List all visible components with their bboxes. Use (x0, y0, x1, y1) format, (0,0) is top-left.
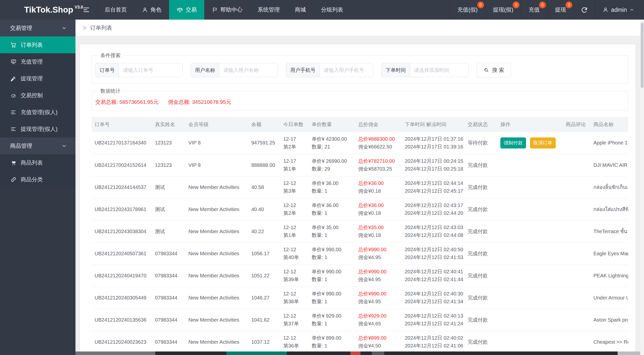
cell-operations (497, 242, 563, 265)
cell-member-level: New Member Activities (185, 331, 248, 353)
chevron-down-icon (61, 25, 67, 31)
search-field-input[interactable] (320, 63, 373, 77)
search-icon (484, 67, 489, 73)
sidebar-item-product-category[interactable]: 商品分类 (0, 171, 75, 188)
orders-table: 订单号 真实姓名 会员等级 余额 今日单数 单价数量 总价佣金 下单时间 解冻时… (92, 117, 628, 353)
cell-product-review (563, 287, 590, 309)
cell-balance: 1041.62 (248, 309, 280, 331)
cell-operations: 强制付款 取消订单 (497, 132, 563, 154)
top-bar: TikTok.Shop V3.0 后台首页 角色 交易 帮助中心 (0, 0, 644, 20)
order-row: UB2412120240023623 07983344 New Member A… (92, 331, 628, 353)
cell-order-time: 2024年12月12日 02:43:17 2024年12月12日 02:44:2… (402, 198, 465, 220)
sidebar-toggle-button[interactable] (75, 0, 97, 20)
quick-action-item[interactable]: 提现 0 (547, 0, 574, 20)
nav-item-trade[interactable]: 交易 (169, 0, 204, 20)
cell-order-time: 2024年12月17日 00:24:15 2024年12月17日 00:25:1… (402, 154, 465, 176)
nav-item-group-list[interactable]: 分组列表 (313, 0, 351, 20)
vertical-scrollbar-thumb[interactable] (641, 23, 643, 88)
cell-total-commission: 总价¥990.00 佣金¥4.95 (355, 242, 402, 265)
nav-item-system[interactable]: 系统管理 (250, 0, 287, 20)
sidebar-item-withdraw-management[interactable]: 提现管理 (0, 70, 75, 87)
quick-action-item[interactable]: 充值 0 (521, 0, 547, 20)
cell-trade-status: 完成付款 (465, 198, 497, 220)
search-button[interactable]: 搜 索 (477, 63, 511, 77)
sidebar-item-recharge-management[interactable]: 充值管理 (0, 53, 75, 70)
cell-product-review (563, 242, 590, 265)
orders-table-wrapper: 订单号 真实姓名 会员等级 余额 今日单数 单价数量 总价佣金 下单时间 解冻时… (92, 117, 628, 353)
cell-operations (497, 331, 563, 353)
cell-unit-price-qty: 单价¥ 990.00 数量: 1 (309, 265, 355, 287)
order-row: UB2412170024152614 123123 VIP 8 888888.0… (92, 154, 628, 176)
search-panel-legend: 条件搜索 (98, 52, 123, 59)
table-header-row: 订单号 真实姓名 会员等级 余额 今日单数 单价数量 总价佣金 下单时间 解冻时… (92, 117, 628, 132)
sidebar-item-label: 商品列表 (21, 159, 43, 167)
nav-item-mall[interactable]: 商城 (287, 0, 313, 20)
col-unit-price-qty: 单价数量 (309, 117, 355, 132)
order-row: UB2412170137164340 123123 VIP 8 947591.2… (92, 132, 628, 154)
search-field-input[interactable] (119, 63, 182, 77)
quick-action-item[interactable]: 提现(假) 0 (485, 0, 521, 20)
search-field-group: 用户名称 (191, 63, 278, 77)
cancel-order-button[interactable]: 取消订单 (530, 137, 556, 148)
horizontal-scrollbar[interactable] (75, 351, 640, 355)
sidebar-item-recharge-fake[interactable]: 充值管理(假人) (0, 104, 75, 121)
cell-trade-status: 完成付款 (465, 265, 497, 287)
cell-unit-price-qty: 单价¥ 929.00 数量: 1 (309, 309, 355, 331)
cell-balance: 40.58 (248, 176, 280, 198)
sidebar-item-withdraw-fake[interactable]: 提现管理(假人) (0, 121, 75, 137)
search-field-input[interactable] (410, 63, 468, 77)
force-pay-button[interactable]: 强制付款 (500, 137, 526, 148)
refresh-button[interactable] (574, 0, 595, 20)
cell-unit-price-qty: 单价¥ 42300.00 数量: 21 (309, 132, 355, 154)
user-menu[interactable]: admin (595, 0, 644, 20)
cell-member-level: New Member Activities (185, 309, 248, 331)
chevron-down-icon (61, 143, 67, 149)
cell-trade-status: 完成付款 (465, 154, 497, 176)
cell-today-orders: 12-12 第36单 (280, 331, 309, 353)
cell-operations (497, 265, 563, 287)
cell-order-no: UB2412120243178961 (92, 198, 152, 220)
cell-balance: 40.40 (248, 198, 280, 220)
search-field-input[interactable] (219, 63, 278, 77)
quick-action-label: 充值(假) (457, 6, 478, 14)
sidebar-item-order-list[interactable]: 订单列表 (0, 36, 75, 53)
page-title: 订单列表 (90, 24, 112, 32)
cell-member-level: New Member Activities (185, 176, 248, 198)
sidebar-item-label: 商品分类 (21, 176, 43, 183)
app-logo: TikTok.Shop V3.0 (0, 0, 75, 20)
sidebar-section-product-management[interactable]: 商品管理 (0, 137, 75, 154)
col-real-name: 真实姓名 (152, 117, 185, 132)
cell-member-level: VIP 8 (185, 154, 248, 176)
cell-real-name: 07983344 (152, 287, 185, 309)
cell-trade-status: 完成付款 (465, 331, 497, 353)
nav-item-dashboard[interactable]: 后台首页 (97, 0, 134, 20)
cell-product-name: Eagle Eyes Magnetic Clip-O (590, 242, 628, 265)
col-product-review: 商品评论 (563, 117, 590, 132)
cell-real-name: 测试 (152, 220, 185, 242)
sidebar-item-trade-control[interactable]: 交易控制 (0, 87, 75, 104)
nav-item-help-center[interactable]: 帮助中心 (204, 0, 250, 20)
search-field-label: 下单时间 (382, 63, 410, 77)
cell-real-name: 07983344 (152, 242, 185, 265)
link-icon (10, 176, 17, 183)
vertical-scrollbar[interactable] (640, 20, 644, 355)
cell-today-orders: 12-12 第1单 (280, 220, 309, 242)
cell-balance: 1051.22 (248, 265, 280, 287)
quick-action-label: 提现(假) (493, 6, 513, 14)
sidebar-item-label: 充值管理(假人) (21, 109, 58, 116)
quick-action-item[interactable]: 充值(假) 0 (450, 0, 485, 20)
user-name: admin (611, 7, 627, 13)
sidebar-section-trade-management[interactable]: 交易管理 (0, 20, 75, 36)
cell-balance: 1046.27 (248, 287, 280, 309)
cell-today-orders: 12-17 第2单 (280, 132, 309, 154)
cell-today-orders: 12-12 第3单 (280, 176, 309, 198)
app-version: V3.0 (75, 5, 83, 10)
cell-total-commission: 总价¥35.00 佣金¥0.18 (355, 220, 402, 242)
cell-unit-price-qty: 单价¥ 899.00 数量: 1 (309, 331, 355, 353)
nav-item-roles[interactable]: 角色 (134, 0, 169, 20)
sidebar-item-label: 交易控制 (21, 92, 43, 99)
sidebar-item-product-list[interactable]: 商品列表 (0, 154, 75, 171)
col-order-time: 下单时间 解冻时间 (402, 117, 465, 132)
cell-product-review (563, 265, 590, 287)
cell-order-time: 2024年12月12日 02:40:41 2024年12月12日 02:41:4… (402, 265, 465, 287)
